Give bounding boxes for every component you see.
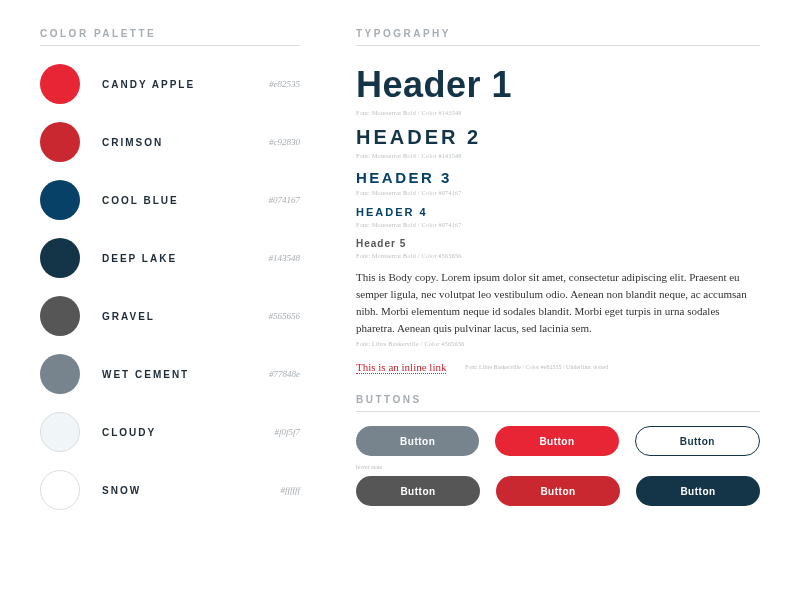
swatch-hex: #f0f5f7 [274, 427, 300, 437]
swatch-name: CANDY APPLE [102, 79, 269, 90]
swatch-row: SNOW#ffffff [40, 470, 300, 510]
swatch-dot [40, 122, 80, 162]
swatch-row: COOL BLUE#074167 [40, 180, 300, 220]
typography-title: TYPOGRAPHY [356, 28, 760, 46]
swatch-name: WET CEMENT [102, 369, 269, 380]
buttons-section: BUTTONS Button Button Button hover state… [356, 394, 760, 506]
swatch-dot [40, 296, 80, 336]
inline-link-sample[interactable]: This is an inline link [356, 361, 446, 374]
button-red[interactable]: Button [495, 426, 618, 456]
swatch-name: SNOW [102, 485, 280, 496]
hover-state-label: hover state [356, 464, 760, 470]
swatch-row: CANDY APPLE#e82535 [40, 64, 300, 104]
swatch-dot [40, 238, 80, 278]
header-3-meta: Font: Montserrat Bold / Color #074167 [356, 190, 760, 196]
swatch-hex: #77848e [269, 369, 300, 379]
header-1-meta: Font: Montserrat Bold / Color #143548 [356, 110, 760, 116]
swatch-name: DEEP LAKE [102, 253, 269, 264]
button-gray[interactable]: Button [356, 426, 479, 456]
swatch-dot [40, 354, 80, 394]
swatch-row: DEEP LAKE#143548 [40, 238, 300, 278]
inline-link-meta: Font: Libre Baskerville / Color #e82535 … [465, 364, 608, 370]
swatch-dot [40, 64, 80, 104]
swatch-hex: #ffffff [280, 485, 300, 495]
swatch-hex: #e82535 [269, 79, 300, 89]
button-gray-hover[interactable]: Button [356, 476, 480, 506]
header-2-meta: Font: Montserrat Bold / Color #143548 [356, 153, 760, 159]
header-5-meta: Font: Montserrat Bold / Color #565656 [356, 253, 760, 259]
swatch-hex: #074167 [269, 195, 301, 205]
palette-title: COLOR PALETTE [40, 28, 300, 46]
color-palette-column: COLOR PALETTE CANDY APPLE#e82535CRIMSON#… [40, 28, 300, 528]
header-4-meta: Font: Montserrat Bold / Color #074167 [356, 222, 760, 228]
swatch-list: CANDY APPLE#e82535CRIMSON#c92830COOL BLU… [40, 64, 300, 510]
swatch-row: WET CEMENT#77848e [40, 354, 300, 394]
swatch-row: CLOUDY#f0f5f7 [40, 412, 300, 452]
swatch-row: CRIMSON#c92830 [40, 122, 300, 162]
header-3-sample: HEADER 3 [356, 169, 760, 186]
header-2-sample: HEADER 2 [356, 126, 760, 149]
swatch-name: CLOUDY [102, 427, 274, 438]
body-copy-sample: This is Body copy. Lorem ipsum dolor sit… [356, 269, 760, 337]
swatch-hex: #565656 [269, 311, 301, 321]
swatch-dot [40, 412, 80, 452]
swatch-row: GRAVEL#565656 [40, 296, 300, 336]
swatch-name: GRAVEL [102, 311, 269, 322]
right-column: TYPOGRAPHY Header 1 Font: Montserrat Bol… [356, 28, 760, 528]
swatch-hex: #143548 [269, 253, 301, 263]
swatch-name: COOL BLUE [102, 195, 269, 206]
header-4-sample: HEADER 4 [356, 206, 760, 218]
header-1-sample: Header 1 [356, 64, 760, 106]
button-outline-hover[interactable]: Button [636, 476, 760, 506]
swatch-name: CRIMSON [102, 137, 269, 148]
body-copy-meta: Font: Libre Baskerville / Color #565656 [356, 341, 760, 347]
swatch-hex: #c92830 [269, 137, 300, 147]
buttons-title: BUTTONS [356, 394, 760, 412]
button-outline[interactable]: Button [635, 426, 760, 456]
button-row-hover: Button Button Button [356, 476, 760, 506]
button-red-hover[interactable]: Button [496, 476, 620, 506]
header-5-sample: Header 5 [356, 238, 760, 249]
swatch-dot [40, 470, 80, 510]
button-row-default: Button Button Button [356, 426, 760, 456]
swatch-dot [40, 180, 80, 220]
